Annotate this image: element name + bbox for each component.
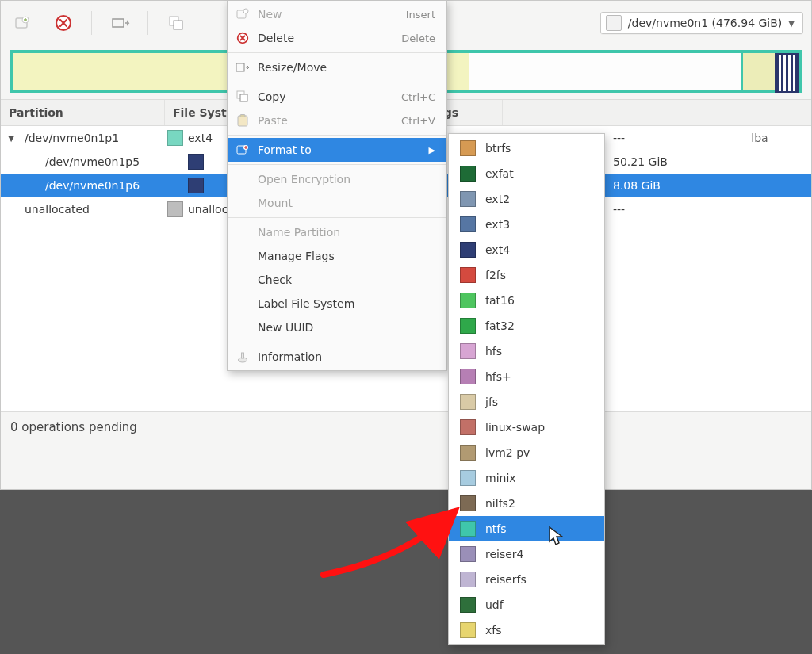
format-option-btrfs[interactable]: btrfs xyxy=(449,136,604,161)
fs-option-label: fat16 xyxy=(485,294,515,307)
fs-option-label: reiser4 xyxy=(485,548,524,560)
menu-item-manage-flags[interactable]: Manage Flags xyxy=(228,244,446,268)
menu-item-label: Paste xyxy=(258,114,393,127)
toolbar-separator xyxy=(147,11,148,35)
svg-rect-13 xyxy=(240,115,245,117)
fs-color-swatch-icon xyxy=(460,140,476,156)
format-option-fat32[interactable]: fat32 xyxy=(449,313,604,338)
format-option-ntfs[interactable]: ntfs xyxy=(449,516,604,541)
fs-color-swatch-icon xyxy=(460,495,476,511)
delete-partition-button[interactable] xyxy=(50,10,77,36)
format-option-udf[interactable]: udf xyxy=(449,592,604,618)
format-option-xfs[interactable]: xfs xyxy=(449,618,604,643)
menu-item-mount: Mount xyxy=(228,191,446,215)
fs-color-swatch-icon xyxy=(460,622,476,638)
menu-item-label: Copy xyxy=(258,90,393,103)
format-option-minix[interactable]: minix xyxy=(449,465,604,491)
disk-icon xyxy=(606,15,622,31)
toolbar-separator xyxy=(91,11,92,35)
format-option-fat16[interactable]: fat16 xyxy=(449,288,604,313)
menu-item-copy[interactable]: CopyCtrl+C xyxy=(228,85,446,109)
format-option-f2fs[interactable]: f2fs xyxy=(449,262,604,288)
fs-option-label: btrfs xyxy=(485,142,511,155)
format-option-lvm2-pv[interactable]: lvm2 pv xyxy=(449,440,604,465)
format-option-hfs-[interactable]: hfs+ xyxy=(449,364,604,389)
fs-color-swatch-icon xyxy=(460,343,476,359)
fs-option-label: reiserfs xyxy=(485,573,527,586)
fs-option-label: nilfs2 xyxy=(485,497,515,510)
menu-item-label: New xyxy=(258,8,398,21)
col-partition[interactable]: Partition xyxy=(1,100,165,125)
format-option-hfs[interactable]: hfs xyxy=(449,338,604,364)
format-option-ext2[interactable]: ext2 xyxy=(449,186,604,212)
menu-item-resize-move[interactable]: Resize/Move xyxy=(228,55,446,79)
fs-color-swatch-icon xyxy=(460,546,476,562)
blank-icon xyxy=(236,273,250,287)
device-selector-label: /dev/nvme0n1 (476.94 GiB) xyxy=(628,17,782,29)
blank-icon xyxy=(236,320,250,335)
blank-icon xyxy=(236,172,250,186)
menu-item-open-encryption: Open Encryption xyxy=(228,167,446,191)
menu-item-label: Resize/Move xyxy=(258,61,435,74)
copy-button[interactable] xyxy=(163,10,190,36)
fs-swatch-icon xyxy=(167,201,183,217)
fs-option-label: hfs+ xyxy=(485,370,511,383)
format-option-jfs[interactable]: jfs xyxy=(449,389,604,415)
unused-size: --- xyxy=(613,132,708,144)
fs-option-label: linux-swap xyxy=(485,421,545,434)
device-selector[interactable]: /dev/nvme0n1 (476.94 GiB) ▼ xyxy=(600,12,803,34)
format-option-nilfs2[interactable]: nilfs2 xyxy=(449,491,604,516)
menu-item-name-partition: Name Partition xyxy=(228,220,446,244)
format-option-exfat[interactable]: exfat xyxy=(449,161,604,186)
fs-option-label: ext3 xyxy=(485,218,510,231)
fs-color-swatch-icon xyxy=(460,293,476,308)
menu-separator xyxy=(228,52,446,53)
menu-item-format-to[interactable]: Format to▶ xyxy=(228,138,446,162)
format-option-ext4[interactable]: ext4 xyxy=(449,237,604,262)
fs-color-swatch-icon xyxy=(460,369,476,384)
format-option-reiser4[interactable]: reiser4 xyxy=(449,541,604,567)
menu-item-new-uuid[interactable]: New UUID xyxy=(228,316,446,339)
menu-separator xyxy=(228,82,446,82)
fs-option-label: exfat xyxy=(485,167,514,180)
blank-icon xyxy=(236,225,250,239)
menu-item-delete[interactable]: DeleteDelete xyxy=(228,26,446,50)
expander-icon: ▼ xyxy=(6,134,17,143)
fs-swatch-icon xyxy=(188,178,204,193)
format-option-reiserfs[interactable]: reiserfs xyxy=(449,567,604,592)
fs-option-label: lvm2 pv xyxy=(485,446,530,459)
menu-item-information[interactable]: Information xyxy=(228,345,446,369)
menu-item-label: Mount xyxy=(258,197,435,209)
status-text: 0 operations pending xyxy=(10,420,137,434)
flags-value: lba xyxy=(708,132,811,144)
new-partition-button[interactable] xyxy=(9,10,36,36)
unused-size: 50.21 GiB xyxy=(613,155,708,168)
format-option-ext3[interactable]: ext3 xyxy=(449,212,604,237)
format-option-linux-swap[interactable]: linux-swap xyxy=(449,415,604,440)
menu-item-accelerator: Insert xyxy=(406,9,435,21)
chevron-down-icon: ▼ xyxy=(788,19,795,28)
fs-color-swatch-icon xyxy=(460,191,476,207)
partition-name: /dev/nvme0n1p1 xyxy=(17,132,167,144)
status-bar: 0 operations pending xyxy=(1,411,811,442)
menu-item-check[interactable]: Check xyxy=(228,268,446,292)
svg-rect-17 xyxy=(242,353,244,358)
menu-item-label: Check xyxy=(258,273,435,286)
copy-icon xyxy=(236,90,250,104)
fs-color-swatch-icon xyxy=(460,470,476,486)
resize-move-button[interactable] xyxy=(106,10,133,36)
menu-separator xyxy=(228,135,446,136)
submenu-arrow-icon: ▶ xyxy=(429,145,435,155)
fs-option-label: minix xyxy=(485,472,516,484)
partition-name: /dev/nvme0n1p5 xyxy=(17,155,188,168)
fs-color-swatch-icon xyxy=(460,572,476,587)
fs-color-swatch-icon xyxy=(460,419,476,435)
fs-color-swatch-icon xyxy=(460,166,476,182)
fs-color-swatch-icon xyxy=(460,394,476,410)
unused-size: 8.08 GiB xyxy=(613,179,708,192)
paste-icon xyxy=(236,113,250,128)
menu-item-label: New UUID xyxy=(258,321,435,334)
menu-item-label-file-system[interactable]: Label File System xyxy=(228,292,446,316)
fs-swatch-icon xyxy=(167,130,183,146)
menu-item-paste: PasteCtrl+V xyxy=(228,109,446,132)
